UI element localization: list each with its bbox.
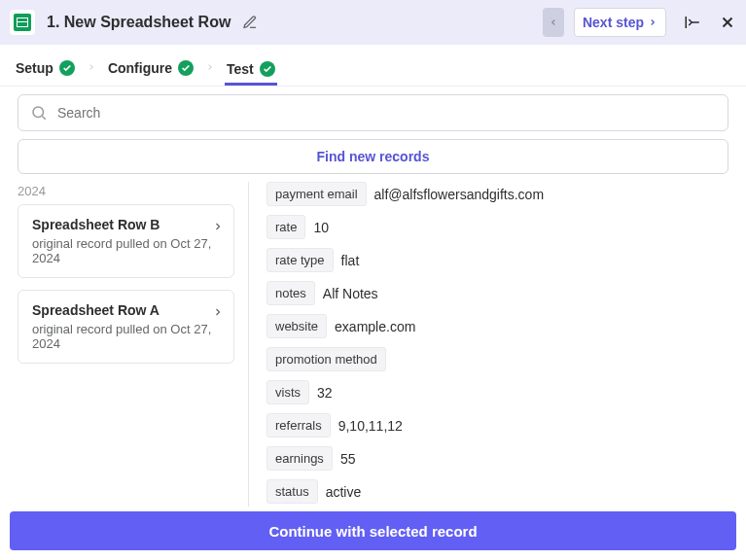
chevron-right-icon bbox=[87, 60, 96, 77]
close-icon[interactable] bbox=[719, 14, 736, 31]
field-row: payment email alf@alfsflowersandgifts.co… bbox=[266, 182, 728, 206]
field-key: status bbox=[266, 479, 318, 504]
field-value: active bbox=[326, 484, 362, 500]
field-value: 32 bbox=[317, 385, 333, 401]
record-card[interactable]: Spreadsheet Row A original record pulled… bbox=[18, 290, 234, 364]
sheets-icon bbox=[14, 14, 31, 31]
search-icon bbox=[30, 104, 48, 122]
field-key: earnings bbox=[266, 446, 333, 471]
field-row: vists 32 bbox=[266, 380, 728, 404]
field-row: earnings 55 bbox=[266, 446, 728, 471]
check-icon bbox=[178, 60, 194, 76]
field-key: referrals bbox=[266, 413, 331, 438]
step-tabs: Setup Configure Test bbox=[0, 45, 746, 87]
collapse-icon[interactable] bbox=[684, 14, 701, 31]
step-title: 1. New Spreadsheet Row bbox=[47, 14, 231, 31]
field-value: flat bbox=[341, 253, 360, 268]
field-value: 9,10,11,12 bbox=[338, 418, 403, 434]
record-title: Spreadsheet Row B bbox=[32, 217, 220, 232]
chevron-right-icon bbox=[205, 60, 215, 77]
tab-test[interactable]: Test bbox=[225, 57, 277, 86]
field-key: payment email bbox=[266, 182, 367, 206]
field-row: status active bbox=[266, 479, 728, 504]
record-subtitle: original record pulled on Oct 27, 2024 bbox=[32, 322, 220, 351]
header-bar: 1. New Spreadsheet Row Next step bbox=[0, 0, 746, 45]
find-records-label: Find new records bbox=[317, 149, 430, 164]
field-row: rate 10 bbox=[266, 215, 728, 239]
field-value: 55 bbox=[340, 451, 356, 467]
field-key: promotion method bbox=[266, 347, 386, 371]
field-value: 10 bbox=[313, 220, 329, 235]
edit-icon[interactable] bbox=[242, 15, 258, 30]
field-value: example.com bbox=[335, 319, 415, 334]
svg-point-4 bbox=[33, 107, 44, 118]
field-row: referrals 9,10,11,12 bbox=[266, 413, 728, 438]
records-list: 2024 Spreadsheet Row B original record p… bbox=[18, 182, 249, 507]
chevron-right-icon bbox=[212, 219, 224, 237]
next-step-label: Next step bbox=[583, 15, 644, 30]
svg-line-5 bbox=[42, 116, 45, 119]
tab-configure[interactable]: Configure bbox=[106, 56, 195, 80]
field-row: rate type flat bbox=[266, 248, 728, 272]
footer: Continue with selected record bbox=[10, 511, 736, 550]
main-content: 2024 Spreadsheet Row B original record p… bbox=[0, 182, 746, 507]
next-step-button[interactable]: Next step bbox=[574, 8, 666, 37]
field-row: promotion method bbox=[266, 347, 728, 371]
search-section: Find new records bbox=[0, 87, 746, 174]
field-value: Alf Notes bbox=[323, 286, 378, 301]
field-key: website bbox=[266, 314, 327, 338]
check-icon bbox=[260, 61, 275, 77]
find-records-button[interactable]: Find new records bbox=[18, 139, 728, 174]
tab-label: Test bbox=[227, 61, 254, 77]
app-icon-container bbox=[10, 10, 35, 35]
field-row: notes Alf Notes bbox=[266, 281, 728, 305]
field-key: rate bbox=[266, 215, 305, 239]
field-row: website example.com bbox=[266, 314, 728, 338]
check-icon bbox=[59, 60, 75, 76]
field-key: rate type bbox=[266, 248, 334, 272]
field-key: vists bbox=[266, 380, 309, 404]
continue-label: Continue with selected record bbox=[268, 523, 477, 540]
tab-setup[interactable]: Setup bbox=[14, 56, 77, 80]
record-details: payment email alf@alfsflowersandgifts.co… bbox=[263, 182, 728, 507]
search-input[interactable] bbox=[57, 105, 716, 121]
field-key: notes bbox=[266, 281, 315, 305]
record-title: Spreadsheet Row A bbox=[32, 302, 220, 318]
prev-step-button[interactable] bbox=[543, 8, 564, 37]
continue-button[interactable]: Continue with selected record bbox=[10, 511, 736, 550]
record-cut-text: 2024 bbox=[18, 182, 234, 204]
tab-label: Configure bbox=[108, 60, 172, 76]
field-value: alf@alfsflowersandgifts.com bbox=[374, 187, 545, 202]
chevron-right-icon bbox=[212, 304, 224, 323]
record-card[interactable]: Spreadsheet Row B original record pulled… bbox=[18, 204, 234, 278]
tab-label: Setup bbox=[16, 60, 53, 76]
search-box[interactable] bbox=[18, 94, 728, 131]
record-subtitle: original record pulled on Oct 27, 2024 bbox=[32, 236, 220, 265]
